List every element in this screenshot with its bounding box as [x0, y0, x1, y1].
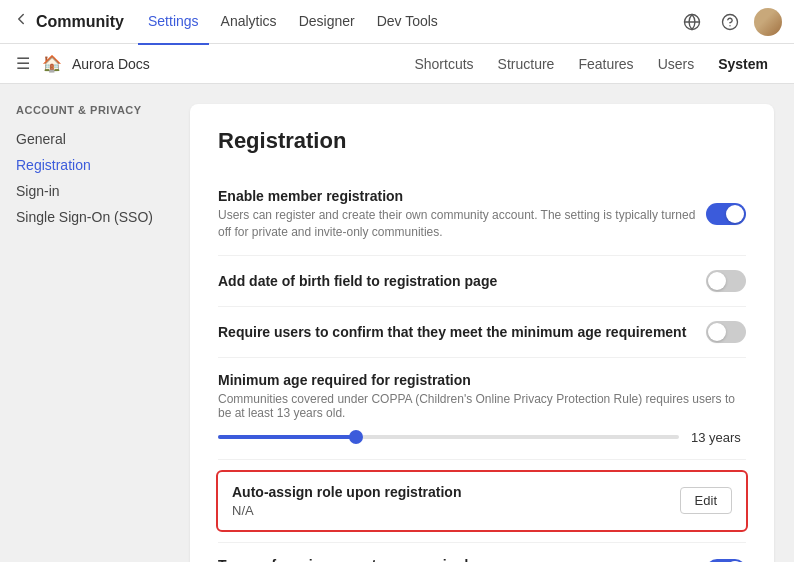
toggle-dob[interactable] [706, 270, 746, 292]
home-icon[interactable]: 🏠 [42, 54, 62, 73]
auto-assign-value: N/A [232, 503, 461, 518]
nav-link-settings[interactable]: Settings [138, 0, 209, 45]
slider-thumb[interactable] [349, 430, 363, 444]
auto-assign-wrapper: Auto-assign role upon registration N/A E… [218, 460, 746, 543]
nav-link-devtools[interactable]: Dev Tools [367, 0, 448, 45]
nav-link-designer[interactable]: Designer [289, 0, 365, 45]
slider-row: 13 years [218, 430, 746, 445]
sec-nav-users[interactable]: Users [648, 52, 705, 76]
secondary-nav: ☰ 🏠 Aurora Docs Shortcuts Structure Feat… [0, 44, 794, 84]
sec-nav-features[interactable]: Features [568, 52, 643, 76]
terms-content: Terms of service acceptance required New… [218, 557, 690, 562]
sec-nav-left: ☰ 🏠 Aurora Docs [16, 54, 150, 73]
setting-label-dob: Add date of birth field to registration … [218, 273, 497, 289]
sec-nav-shortcuts[interactable]: Shortcuts [404, 52, 483, 76]
sec-nav-structure[interactable]: Structure [488, 52, 565, 76]
sidebar-item-signin[interactable]: Sign-in [16, 178, 154, 204]
sidebar: ACCOUNT & PRIVACY General Registration S… [0, 84, 170, 562]
setting-confirm-age: Require users to confirm that they meet … [218, 307, 746, 358]
setting-label-text-dob: Add date of birth field to registration … [218, 273, 497, 289]
help-icon[interactable] [716, 8, 744, 36]
setting-label-text-age: Require users to confirm that they meet … [218, 324, 686, 340]
site-name[interactable]: Aurora Docs [72, 56, 150, 72]
auto-assign-content: Auto-assign role upon registration N/A [232, 484, 461, 518]
toggle-knob [726, 205, 744, 223]
setting-add-dob: Add date of birth field to registration … [218, 256, 746, 307]
setting-terms: Terms of service acceptance required New… [218, 543, 746, 562]
min-age-label: Minimum age required for registration [218, 372, 746, 388]
svg-point-1 [723, 14, 738, 29]
slider-fill [218, 435, 356, 439]
content-area: Registration Enable member registration … [170, 84, 794, 562]
slider-value: 13 years [691, 430, 746, 445]
page-title: Registration [218, 128, 746, 154]
top-nav: Community Settings Analytics Designer De… [0, 0, 794, 44]
top-nav-right [678, 8, 782, 36]
auto-assign-edit-button[interactable]: Edit [680, 487, 732, 514]
setting-enable-member-registration: Enable member registration Users can reg… [218, 174, 746, 256]
auto-assign-row: Auto-assign role upon registration N/A E… [216, 470, 748, 532]
setting-label-text-enable: Enable member registration [218, 188, 698, 204]
toggle-enable-member-registration[interactable] [706, 203, 746, 225]
globe-icon[interactable] [678, 8, 706, 36]
sec-nav-system[interactable]: System [708, 52, 778, 76]
auto-assign-label: Auto-assign role upon registration [232, 484, 461, 500]
sidebar-item-registration[interactable]: Registration [16, 152, 154, 178]
nav-link-analytics[interactable]: Analytics [211, 0, 287, 45]
toggle-confirm-age[interactable] [706, 321, 746, 343]
back-icon[interactable] [12, 10, 30, 33]
avatar[interactable] [754, 8, 782, 36]
setting-label-age: Require users to confirm that they meet … [218, 324, 686, 340]
hamburger-icon[interactable]: ☰ [16, 54, 30, 73]
setting-label-enable: Enable member registration Users can reg… [218, 188, 698, 241]
top-nav-left: Community Settings Analytics Designer De… [12, 0, 448, 45]
setting-min-age: Minimum age required for registration Co… [218, 358, 746, 460]
terms-row-inner: Terms of service acceptance required New… [218, 557, 746, 562]
setting-desc-enable: Users can register and create their own … [218, 207, 698, 241]
sidebar-item-general[interactable]: General [16, 126, 154, 152]
slider-track [218, 435, 679, 439]
secondary-nav-links: Shortcuts Structure Features Users Syste… [404, 52, 778, 76]
sidebar-section-title: ACCOUNT & PRIVACY [16, 104, 154, 116]
community-label[interactable]: Community [36, 13, 124, 31]
main-layout: ACCOUNT & PRIVACY General Registration S… [0, 84, 794, 562]
toggle-terms[interactable] [706, 559, 746, 562]
toggle-knob-dob [708, 272, 726, 290]
top-nav-links: Settings Analytics Designer Dev Tools [138, 0, 448, 45]
min-age-desc: Communities covered under COPPA (Childre… [218, 392, 746, 420]
sidebar-item-sso[interactable]: Single Sign-On (SSO) [16, 204, 154, 230]
content-card: Registration Enable member registration … [190, 104, 774, 562]
toggle-knob-confirm-age [708, 323, 726, 341]
terms-label: Terms of service acceptance required [218, 557, 690, 562]
